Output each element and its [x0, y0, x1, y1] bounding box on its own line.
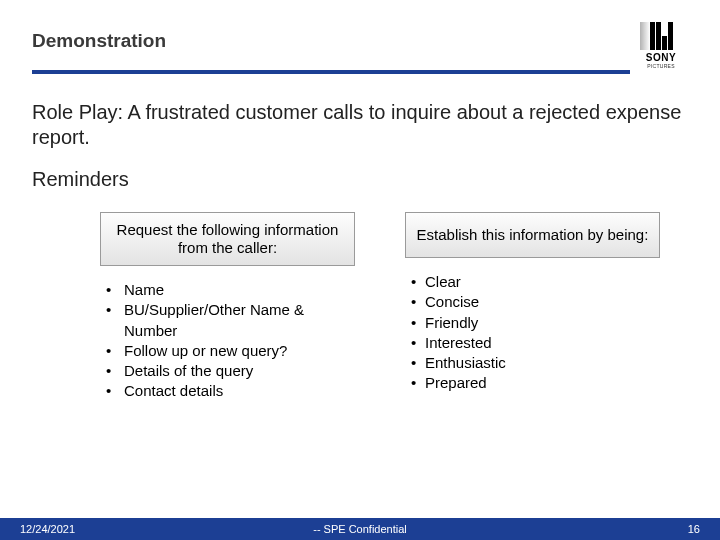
- left-list: •Name •BU/Supplier/Other Name & Number •…: [100, 266, 355, 412]
- right-list: •Clear •Concise •Friendly •Interested •E…: [405, 258, 660, 404]
- header-rule: [32, 70, 630, 74]
- slide: Demonstration SONY PICTURES Role Play: A…: [0, 0, 720, 540]
- list-item: •Concise: [411, 292, 654, 312]
- scenario-text: Role Play: A frustrated customer calls t…: [32, 100, 688, 150]
- slide-title: Demonstration: [32, 30, 688, 52]
- footer-page: 16: [688, 523, 700, 535]
- right-heading: Establish this information by being:: [405, 212, 660, 258]
- list-item: •Details of the query: [106, 361, 349, 381]
- content-columns: Request the following information from t…: [100, 212, 660, 412]
- header: Demonstration: [32, 30, 688, 52]
- logo-bars-icon: [650, 22, 673, 50]
- left-column: Request the following information from t…: [100, 212, 355, 412]
- logo-brand: SONY: [646, 52, 676, 63]
- list-item: •BU/Supplier/Other Name & Number: [106, 300, 349, 341]
- list-item: •Interested: [411, 333, 654, 353]
- footer-bar: 12/24/2021 -- SPE Confidential 16: [0, 518, 720, 540]
- left-heading: Request the following information from t…: [100, 212, 355, 266]
- list-item: •Follow up or new query?: [106, 341, 349, 361]
- list-item: •Enthusiastic: [411, 353, 654, 373]
- list-item: •Contact details: [106, 381, 349, 401]
- logo-sub: PICTURES: [647, 63, 675, 69]
- list-item: •Friendly: [411, 313, 654, 333]
- right-column: Establish this information by being: •Cl…: [405, 212, 660, 412]
- footer-date: 12/24/2021: [20, 523, 75, 535]
- body-text: Role Play: A frustrated customer calls t…: [32, 100, 688, 191]
- sony-logo: SONY PICTURES: [634, 22, 688, 64]
- reminders-label: Reminders: [32, 168, 688, 191]
- list-item: •Name: [106, 280, 349, 300]
- list-item: •Prepared: [411, 373, 654, 393]
- footer-confidential: -- SPE Confidential: [0, 523, 720, 535]
- list-item: •Clear: [411, 272, 654, 292]
